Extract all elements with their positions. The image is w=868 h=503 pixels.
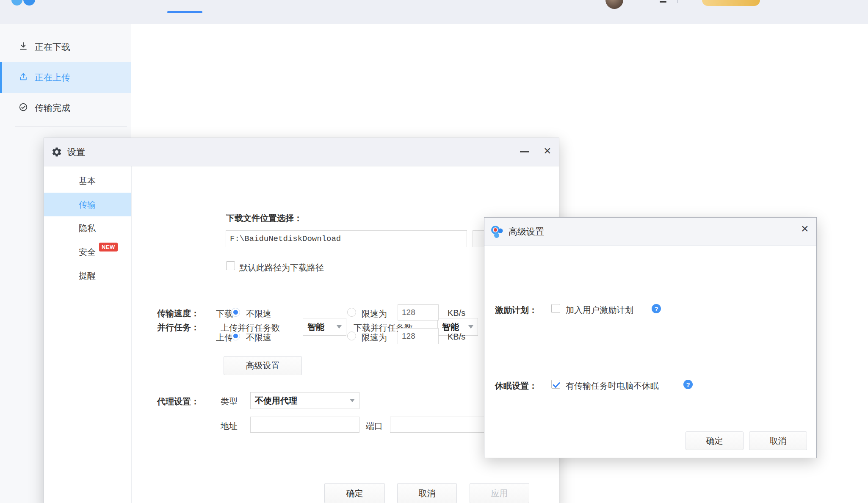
settings-ok-button[interactable]: 确定 (324, 483, 385, 503)
proxy-type-select[interactable]: 不使用代理 (250, 392, 359, 409)
settings-tab-privacy[interactable]: 隐私 (44, 216, 131, 240)
upload-limit-radio[interactable] (347, 332, 356, 340)
download-limit-unit: KB/s (448, 308, 465, 318)
new-badge: NEW (99, 243, 118, 252)
parallel-tasks-label: 并行任务： (157, 322, 199, 333)
sleep-settings-checkbox-label: 有传输任务时电脑不休眠 (566, 380, 659, 392)
close-icon[interactable]: × (544, 145, 551, 157)
sleep-settings-label: 休眠设置： (495, 380, 537, 392)
settings-apply-button[interactable]: 应用 (470, 483, 529, 503)
active-bar (0, 62, 2, 93)
default-path-checkbox[interactable] (226, 261, 235, 270)
chevron-down-icon (337, 325, 342, 329)
settings-dialog-header: 设置 × (44, 138, 559, 166)
upload-unlimited-radio[interactable] (231, 332, 240, 340)
sidebar-item-uploading[interactable]: 正在上传 (0, 62, 131, 93)
active-tab-indicator (167, 11, 202, 13)
settings-dialog: 设置 × 基本 传输 隐私 安全 NEW 提醒 并行任务： 上传并行任务数 智能… (44, 138, 559, 503)
app-window: 正在下载 正在上传 传输完成 设置 × (0, 0, 868, 503)
sidebar-item-label: 正在上传 (35, 72, 70, 83)
incentive-plan-checkbox[interactable] (551, 304, 560, 313)
proxy-type-label: 类型 (221, 396, 238, 407)
footer-divider (44, 474, 559, 474)
browse-button[interactable] (473, 230, 485, 247)
incentive-plan-label: 激励计划： (495, 304, 537, 316)
settings-nav: 基本 传输 隐私 安全 NEW 提醒 (44, 166, 132, 503)
download-limit-input[interactable]: 128 (398, 304, 439, 321)
upload-icon (19, 72, 28, 83)
toolbar-separator (677, 0, 678, 3)
chevron-down-icon (468, 325, 473, 329)
proxy-address-input[interactable] (250, 417, 359, 433)
app-logo-icon (11, 0, 22, 6)
app-logo-icon (23, 0, 35, 6)
advanced-settings-button[interactable]: 高级设置 (224, 356, 302, 375)
download-location-label: 下载文件位置选择： (226, 213, 302, 224)
upload-parallel-select[interactable]: 智能 (303, 318, 346, 336)
minimize-button[interactable] (520, 151, 529, 152)
advanced-dialog-title: 高级设置 (509, 226, 544, 238)
sidebar-item-label: 传输完成 (35, 102, 70, 114)
check-circle-icon (19, 102, 28, 114)
top-bar (0, 0, 868, 24)
transfer-speed-label: 传输速度： (157, 308, 199, 319)
settings-dialog-title: 设置 (67, 146, 85, 158)
speed-row-upload-label: 上传 (216, 332, 233, 343)
avatar[interactable] (605, 0, 623, 9)
advanced-settings-dialog: 高级设置 × 激励计划： 加入用户激励计划 ? 休眠设置： 有传输任务时电脑不休… (484, 217, 817, 458)
advanced-ok-button[interactable]: 确定 (686, 431, 744, 450)
default-path-checkbox-label: 默认此路径为下载路径 (239, 262, 324, 274)
vip-button[interactable] (702, 0, 760, 6)
netdisk-logo-icon (491, 225, 503, 238)
settings-cancel-button[interactable]: 取消 (397, 483, 457, 503)
upload-limit-label: 限速为 (362, 332, 387, 343)
help-icon[interactable]: ? (652, 304, 661, 313)
sidebar-item-completed[interactable]: 传输完成 (0, 93, 131, 123)
download-unlimited-radio[interactable] (231, 308, 240, 317)
upload-unlimited-label: 不限速 (246, 332, 271, 343)
proxy-port-label: 端口 (366, 420, 383, 432)
incentive-plan-checkbox-label: 加入用户激励计划 (566, 304, 633, 316)
settings-tab-basic[interactable]: 基本 (44, 169, 131, 193)
settings-tab-reminder[interactable]: 提醒 (44, 264, 131, 287)
sidebar-item-downloading[interactable]: 正在下载 (0, 32, 131, 62)
upload-limit-input[interactable]: 128 (398, 328, 439, 344)
gear-icon (51, 146, 62, 158)
download-limit-radio[interactable] (347, 308, 356, 317)
download-path-input[interactable]: F:\BaiduNetdiskDownload (226, 230, 467, 247)
proxy-settings-label: 代理设置： (157, 396, 199, 407)
download-icon (19, 41, 28, 53)
advanced-cancel-button[interactable]: 取消 (749, 431, 807, 450)
advanced-dialog-header: 高级设置 × (484, 218, 816, 246)
close-icon[interactable]: × (801, 223, 809, 235)
chevron-down-icon (350, 399, 355, 402)
proxy-address-label: 地址 (221, 420, 238, 432)
sleep-settings-checkbox[interactable] (551, 380, 560, 389)
download-limit-label: 限速为 (362, 308, 387, 320)
download-unlimited-label: 不限速 (246, 308, 271, 320)
help-icon[interactable]: ? (683, 380, 693, 389)
upload-limit-unit: KB/s (448, 332, 465, 342)
minimize-icon[interactable] (660, 1, 666, 3)
sidebar-item-label: 正在下载 (35, 41, 70, 53)
settings-tab-security[interactable]: 安全 (44, 240, 131, 264)
sidebar-divider (15, 126, 127, 127)
speed-row-download-label: 下载 (216, 308, 233, 320)
settings-tab-transfer[interactable]: 传输 (44, 193, 131, 216)
